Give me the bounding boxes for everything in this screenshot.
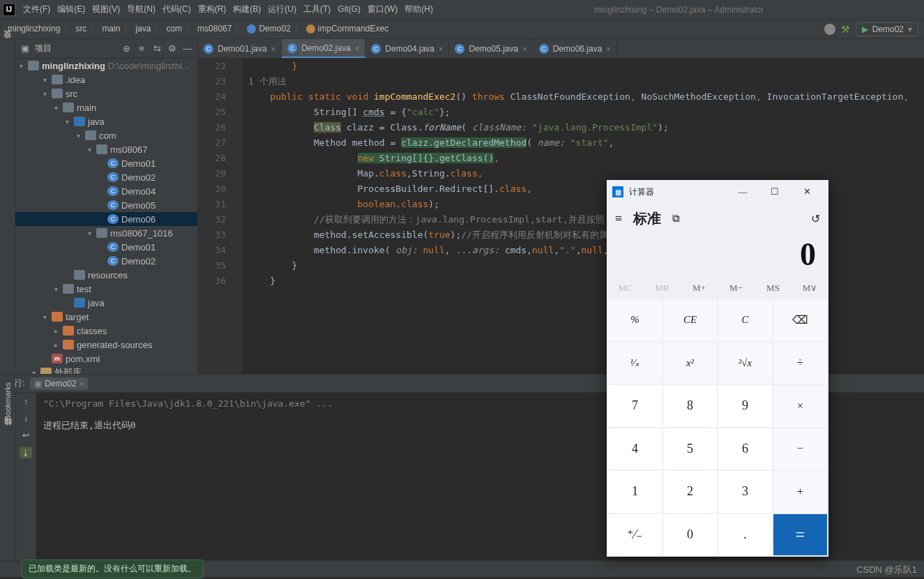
breadcrumb-item[interactable]: minglinzhixing (6, 24, 62, 33)
tree-item[interactable]: CDemo02 (15, 170, 197, 184)
calc-menu-icon[interactable]: ≡ (615, 211, 622, 226)
structure-tab[interactable]: 结构 (1, 426, 15, 437)
calc-mem-button[interactable]: M+ (681, 278, 718, 298)
calc-key[interactable]: C (718, 299, 772, 341)
tree-item[interactable]: CDemo06 (15, 212, 197, 226)
tree-item[interactable]: ▾com (15, 128, 197, 142)
breadcrumb-item[interactable]: src (73, 24, 89, 33)
calc-titlebar[interactable]: ▦ 计算器 — ☐ ✕ (607, 180, 828, 204)
tree-item[interactable]: CDemo04 (15, 184, 197, 198)
calc-mem-button[interactable]: M∨ (792, 278, 828, 298)
expand-icon[interactable]: ≡ (136, 43, 147, 54)
tree-item[interactable]: ▾src (15, 87, 197, 100)
calc-key[interactable]: % (608, 299, 662, 341)
tree-item[interactable]: ▾target (15, 310, 197, 324)
step-down-icon[interactable]: ↓ (24, 414, 28, 423)
calc-key[interactable]: x² (663, 343, 717, 384)
tree-item[interactable]: java (15, 296, 197, 310)
calculator-window[interactable]: ▦ 计算器 — ☐ ✕ ≡ 标准 ⧉ ↺ 0 MCMRM+M−MSM∨ %CEC… (607, 180, 828, 557)
tree-item[interactable]: ▾ms08067 (15, 142, 197, 156)
menu-item[interactable]: 帮助(H) (401, 4, 437, 14)
calc-key[interactable]: − (773, 428, 827, 470)
calc-key[interactable]: = (773, 514, 827, 556)
project-root[interactable]: ▾ minglinzhixing D:\code\minglinzhi... (15, 59, 197, 73)
calc-key[interactable]: 8 (663, 385, 717, 427)
calc-key[interactable]: 4 (608, 428, 662, 470)
calc-key[interactable]: 7 (608, 385, 662, 427)
close-button[interactable]: ✕ (791, 180, 823, 204)
breadcrumb-item[interactable]: java (133, 24, 153, 33)
scroll-end-icon[interactable]: ⭳ (20, 447, 32, 458)
locate-icon[interactable]: ⊕ (121, 43, 132, 54)
calc-key[interactable]: 9 (718, 385, 772, 427)
run-config-selector[interactable]: ▶ Demo02 ▾ (856, 22, 918, 36)
run-tab[interactable]: ▣Demo02× (30, 377, 88, 390)
tree-item[interactable]: ▸generated-sources (15, 338, 197, 352)
wrap-icon[interactable]: ↩ (22, 430, 29, 440)
tree-item[interactable]: ▾外部库 (15, 366, 197, 374)
minimize-button[interactable]: — (727, 180, 759, 204)
calc-key[interactable]: ¹⁄ₓ (608, 343, 662, 384)
breadcrumb-item[interactable]: com (164, 24, 184, 33)
calc-key[interactable]: 5 (663, 428, 717, 470)
calc-key[interactable]: CE (663, 299, 717, 341)
calc-ontop-icon[interactable]: ⧉ (672, 213, 680, 225)
menu-item[interactable]: 编辑(E) (54, 4, 89, 14)
maximize-button[interactable]: ☐ (759, 180, 791, 204)
menu-item[interactable]: 导航(N) (123, 4, 159, 14)
editor-tab[interactable]: CDemo04.java× (365, 39, 449, 58)
menu-item[interactable]: 工具(T) (300, 4, 334, 14)
settings-icon[interactable]: ⚙ (167, 43, 178, 54)
menu-item[interactable]: 窗口(W) (364, 4, 401, 14)
bookmarks-tab[interactable]: Bookmarks (1, 377, 14, 426)
calc-key[interactable]: + (773, 471, 827, 513)
calc-key[interactable]: ÷ (773, 343, 827, 384)
user-icon[interactable] (824, 24, 835, 35)
menu-item[interactable]: 文件(F) (20, 4, 54, 14)
menu-item[interactable]: 重构(R) (195, 4, 230, 14)
calc-mem-button[interactable]: MS (755, 278, 792, 298)
editor-tab[interactable]: CDemo01.java× (198, 39, 282, 58)
calc-key[interactable]: . (718, 514, 772, 556)
tree-item[interactable]: ▾.idea (15, 73, 197, 87)
breadcrumb-item[interactable]: impCommandExec (304, 24, 391, 33)
hide-icon[interactable]: — (182, 43, 193, 54)
tree-item[interactable]: ▸classes (15, 324, 197, 338)
tree-item[interactable]: ▾main (15, 100, 197, 114)
menu-item[interactable]: 代码(C) (159, 4, 195, 14)
breadcrumb-item[interactable]: ms08067 (195, 24, 234, 33)
tree-item[interactable]: ▾ms08067_1016 (15, 226, 197, 240)
commit-tab[interactable]: 提交 (0, 39, 15, 50)
calc-key[interactable]: 2 (663, 471, 717, 513)
calc-key[interactable]: 3 (718, 471, 772, 513)
tree-item[interactable]: CDemo01 (15, 240, 197, 254)
tree-item[interactable]: ▾java (15, 114, 197, 128)
breadcrumb-item[interactable]: main (100, 24, 122, 33)
editor-tab[interactable]: CDemo06.java× (533, 39, 617, 58)
project-tree[interactable]: ▾ minglinzhixing D:\code\minglinzhi... ▾… (15, 59, 197, 374)
calc-key[interactable]: ⌫ (773, 299, 827, 341)
tree-item[interactable]: CDemo01 (15, 156, 197, 170)
tree-item[interactable]: resources (15, 268, 197, 282)
tree-item[interactable]: ▾test (15, 282, 197, 296)
editor-tab[interactable]: CDemo02.java× (282, 39, 365, 58)
tree-item[interactable]: mpom.xml (15, 352, 197, 366)
tree-item[interactable]: CDemo02 (15, 254, 197, 268)
menu-item[interactable]: Git(G) (334, 4, 364, 14)
build-icon[interactable]: ⚒ (841, 24, 850, 35)
breadcrumb-item[interactable]: Demo02 (245, 24, 292, 33)
collapse-icon[interactable]: ⇆ (151, 43, 162, 54)
calc-key[interactable]: ⁺⁄₋ (608, 514, 662, 556)
calc-key[interactable]: 0 (663, 514, 717, 556)
tree-item[interactable]: CDemo05 (15, 198, 197, 212)
calc-key[interactable]: × (773, 385, 827, 427)
calc-mem-button[interactable]: M− (718, 278, 755, 298)
menu-item[interactable]: 视图(V) (89, 4, 123, 14)
menu-item[interactable]: 运行(U) (264, 4, 300, 14)
calc-key[interactable]: 6 (718, 428, 772, 470)
step-up-icon[interactable]: ↑ (24, 397, 28, 407)
menu-item[interactable]: 构建(B) (229, 4, 264, 14)
calc-key[interactable]: 1 (608, 471, 662, 513)
calc-key[interactable]: ²√x (718, 343, 772, 384)
editor-tab[interactable]: CDemo05.java× (449, 39, 533, 58)
